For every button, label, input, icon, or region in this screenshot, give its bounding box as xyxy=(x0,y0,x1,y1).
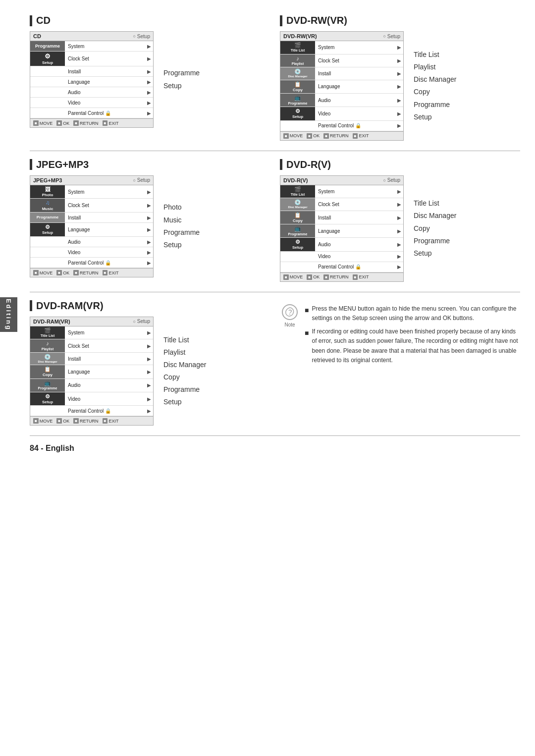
section-dvdramvr: DVD-RAM(VR) DVD-RAM(VR) Setup 🎬 Title Li… xyxy=(30,300,270,426)
dvdrv-row-setup: ⚙ Setup Audio ▶ xyxy=(280,238,403,252)
jpegmp3-row-music: ♫ Music Clock Set ▶ xyxy=(30,199,153,213)
cd-menu-rows: Programme System ▶ ⚙ Setup Clock Set ▶ xyxy=(30,41,153,118)
jpegmp3-row-video: Video ▶ xyxy=(30,247,153,258)
cd-label-empty3 xyxy=(30,87,65,97)
row-cd-dvdrwvr: CD CD Setup Programme System ▶ xyxy=(30,15,520,141)
jpegmp3-row-audio: Audio ▶ xyxy=(30,237,153,247)
dvdrwvr-menu-and-desc: DVD-RW(VR) Setup 🎬 Title List System ▶ xyxy=(280,31,520,141)
dvdrv-menu-footer: ■ MOVE ■ OK ■ RETURN ■ EXIT xyxy=(280,272,403,281)
cd-row-programme: Programme System ▶ xyxy=(30,41,153,52)
section-cd: CD CD Setup Programme System ▶ xyxy=(30,15,270,141)
dvdramvr-row-setup: ⚙ Setup Video ▶ xyxy=(30,392,153,406)
dvdrwvr-menu-footer: ■ MOVE ■ OK ■ RETURN ■ EXIT xyxy=(280,131,403,140)
dvdramvr-menu-footer: ■ MOVE ■ OK ■ RETURN ■ EXIT xyxy=(30,416,153,425)
dvdrwvr-row-setup: ⚙ Setup Video ▶ xyxy=(280,107,403,121)
dvdrwvr-row-titlelist: 🎬 Title List System ▶ xyxy=(280,41,403,54)
cd-menu-and-desc: CD Setup Programme System ▶ ⚙ Setup xyxy=(30,31,270,128)
row-dvdramvr-note: DVD-RAM(VR) DVD-RAM(VR) Setup 🎬 Title Li… xyxy=(30,300,520,426)
dvdramvr-row-playlist: ♪ Playlist Clock Set ▶ xyxy=(30,339,153,353)
jpegmp3-row-programme: Programme Install ▶ xyxy=(30,213,153,223)
dvdrv-row-titlelist: 🎬 Title List System ▶ xyxy=(280,185,403,199)
note-text-content: ■ Press the MENU button again to hide th… xyxy=(305,304,520,369)
dvdramvr-menu-rows: 🎬 Title List System ▶ ♪ Playlist Clock xyxy=(30,326,153,417)
dvdrwvr-title: DVD-RW(VR) xyxy=(280,15,520,26)
dvdrwvr-row-programme: 📺 Programme Audio ▶ xyxy=(280,94,403,107)
dvdrv-row-programme: 📺 Programme Language ▶ xyxy=(280,224,403,238)
dvdramvr-row-titlelist: 🎬 Title List System ▶ xyxy=(30,326,153,340)
cd-label-setup: ⚙ Setup xyxy=(30,52,65,66)
section-dvdrwvr: DVD-RW(VR) DVD-RW(VR) Setup 🎬 Title List xyxy=(280,15,520,141)
jpegmp3-row-parental: Parental Control 🔒 ▶ xyxy=(30,258,153,268)
jpegmp3-row-setup: ⚙ Setup Language ▶ xyxy=(30,223,153,237)
cd-row-language: Language ▶ xyxy=(30,77,153,87)
dvdramvr-menu-screen: DVD-RAM(VR) Setup 🎬 Title List System ▶ xyxy=(30,317,154,426)
dvdrv-row-parental: Parental Control 🔒 ▶ xyxy=(280,262,403,272)
dvdrwvr-menu-rows: 🎬 Title List System ▶ ♪ Playlist Clock xyxy=(280,41,403,131)
cd-label-empty1 xyxy=(30,66,65,76)
jpegmp3-title: JPEG+MP3 xyxy=(30,159,270,170)
cd-row-setup: ⚙ Setup Clock Set ▶ xyxy=(30,52,153,66)
dvdrv-desc: Title List Disc Manager Copy Programme S… xyxy=(414,197,456,260)
divider-3 xyxy=(30,435,520,436)
svg-point-0 xyxy=(289,314,290,315)
dvdrv-menu-header: DVD-R(V) Setup xyxy=(280,176,403,185)
dvdramvr-menu-header: DVD-RAM(VR) Setup xyxy=(30,317,153,326)
jpegmp3-row-photo: 🖼 Photo System ▶ xyxy=(30,185,153,199)
cd-label-empty5 xyxy=(30,108,65,118)
cd-row-audio: Audio ▶ xyxy=(30,87,153,98)
cd-menu-screen: CD Setup Programme System ▶ ⚙ Setup xyxy=(30,31,154,128)
cd-label-empty2 xyxy=(30,77,65,87)
cd-label-empty4 xyxy=(30,98,65,108)
dvdrwvr-row-discmanager: 💿 Disc Manager Install ▶ xyxy=(280,67,403,80)
note-section: Note ■ Press the MENU button again to hi… xyxy=(280,300,520,426)
dvdramvr-row-discmanager: 💿 Disc Manager Install ▶ xyxy=(30,353,153,365)
page-number: 84 - English xyxy=(30,444,520,458)
jpegmp3-menu-rows: 🖼 Photo System ▶ ♫ Music Clock Set xyxy=(30,185,153,268)
jpegmp3-menu-screen: JPEG+MP3 Setup 🖼 Photo System ▶ xyxy=(30,175,154,277)
section-dvdrv: DVD-R(V) DVD-R(V) Setup 🎬 Title List xyxy=(280,159,520,282)
jpegmp3-menu-and-desc: JPEG+MP3 Setup 🖼 Photo System ▶ xyxy=(30,175,270,277)
jpegmp3-desc: Photo Music Programme Setup xyxy=(163,201,200,251)
dvdrwvr-menu-screen: DVD-RW(VR) Setup 🎬 Title List System ▶ xyxy=(280,31,404,141)
cd-desc: Programme Setup xyxy=(163,67,200,92)
divider-2 xyxy=(30,292,520,292)
dvdramvr-menu-and-desc: DVD-RAM(VR) Setup 🎬 Title List System ▶ xyxy=(30,317,270,426)
cd-menu-footer: ■ MOVE ■ OK ■ RETURN ■ EXIT xyxy=(30,118,153,127)
dvdramvr-title: DVD-RAM(VR) xyxy=(30,300,270,312)
dvdrwvr-row-copy: 📋 Copy Language ▶ xyxy=(280,80,403,94)
dvdrv-row-discmanager: 💿 Disc Manager Clock Set ▶ xyxy=(280,198,403,211)
cd-row-video: Video ▶ xyxy=(30,98,153,108)
jpegmp3-menu-header: JPEG+MP3 Setup xyxy=(30,176,153,185)
side-editing-label: Editing xyxy=(0,297,17,332)
dvdrwvr-desc: Title List Playlist Disc Manager Copy Pr… xyxy=(414,49,456,123)
dvdramvr-desc: Title List Playlist Disc Manager Copy Pr… xyxy=(163,334,206,409)
title-bar3 xyxy=(30,159,32,170)
dvdrwvr-row-parental: Parental Control 🔒 ▶ xyxy=(280,121,403,131)
cd-label-programme: Programme xyxy=(30,41,65,51)
dvdrwvr-row-playlist: ♪ Playlist Clock Set ▶ xyxy=(280,54,403,68)
title-bar5 xyxy=(30,300,32,311)
title-bar2 xyxy=(280,15,282,26)
dvdrv-menu-rows: 🎬 Title List System ▶ 💿 Disc Manager xyxy=(280,185,403,272)
dvdramvr-row-programme: 📺 Programme Audio ▶ xyxy=(30,379,153,392)
section-cd-title: CD xyxy=(30,15,270,26)
title-bar4 xyxy=(280,159,282,170)
dvdrv-row-video: Video ▶ xyxy=(280,252,403,262)
title-bar xyxy=(30,15,32,26)
dvdrv-menu-screen: DVD-R(V) Setup 🎬 Title List System ▶ xyxy=(280,175,404,282)
cd-row-install: Install ▶ xyxy=(30,66,153,77)
section-jpegmp3: JPEG+MP3 JPEG+MP3 Setup 🖼 Photo xyxy=(30,159,270,282)
dvdramvr-row-copy: 📋 Copy Language ▶ xyxy=(30,365,153,379)
jpegmp3-menu-footer: ■ MOVE ■ OK ■ RETURN ■ EXIT xyxy=(30,268,153,277)
dvdrwvr-menu-header: DVD-RW(VR) Setup xyxy=(280,32,403,41)
row-jpegmp3-dvdrv: JPEG+MP3 JPEG+MP3 Setup 🖼 Photo xyxy=(30,159,520,282)
cd-menu-header: CD Setup xyxy=(30,32,153,41)
dvdrv-menu-and-desc: DVD-R(V) Setup 🎬 Title List System ▶ xyxy=(280,175,520,282)
cd-row-parental: Parental Control 🔒 ▶ xyxy=(30,108,153,118)
dvdramvr-row-parental: Parental Control 🔒 ▶ xyxy=(30,406,153,416)
note-icon-col: Note xyxy=(280,304,300,327)
note-icon xyxy=(282,304,298,320)
divider-1 xyxy=(30,151,520,151)
dvdrv-row-copy: 📋 Copy Install ▶ xyxy=(280,211,403,225)
dvdrv-title: DVD-R(V) xyxy=(280,159,520,170)
